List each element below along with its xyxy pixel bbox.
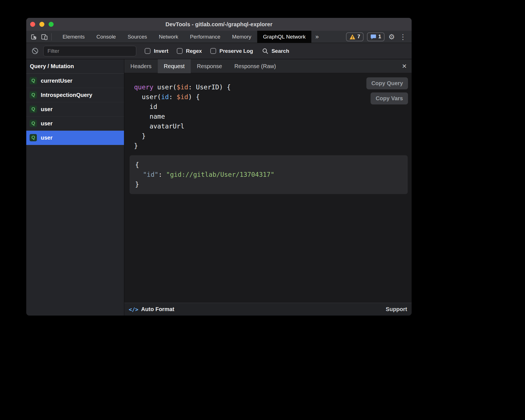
settings-gear-icon[interactable]: ⚙ (388, 33, 395, 40)
query-list-item-user-2[interactable]: Q user (26, 116, 124, 131)
query-item-label: user (41, 106, 52, 113)
tab-sources[interactable]: Sources (122, 31, 153, 43)
regex-label: Regex (186, 48, 202, 54)
query-item-label: user (41, 135, 52, 141)
request-detail-panel: Headers Request Response Response (Raw) … (124, 59, 412, 316)
query-list-panel: Query / Mutation Q currentUser Q Introsp… (26, 59, 124, 316)
tab-response-raw[interactable]: Response (Raw) (228, 59, 282, 73)
tab-memory[interactable]: Memory (226, 31, 257, 43)
devtools-content: Query / Mutation Q currentUser Q Introsp… (26, 59, 412, 316)
preserve-log-label: Preserve Log (219, 48, 253, 54)
invert-checkbox[interactable] (145, 48, 151, 54)
query-type-badge: Q (30, 120, 37, 127)
auto-format-icon: </> (129, 306, 138, 312)
devtools-tabbar: Elements Console Sources Network Perform… (26, 31, 412, 43)
search-icon (262, 48, 269, 54)
tab-network[interactable]: Network (153, 31, 184, 43)
window-titlebar: DevTools - gitlab.com/-/graphql-explorer (26, 18, 412, 31)
tab-headers[interactable]: Headers (124, 59, 158, 73)
invert-label: Invert (154, 48, 168, 54)
tab-performance[interactable]: Performance (184, 31, 226, 43)
query-list-item-user-3-selected[interactable]: Q user (26, 131, 124, 145)
more-tabs-chevron[interactable]: » (311, 33, 323, 40)
invert-checkbox-group: Invert (145, 48, 168, 54)
support-link[interactable]: Support (386, 306, 407, 312)
query-type-badge: Q (30, 134, 37, 141)
copy-buttons: Copy Query Copy Vars (366, 77, 408, 104)
query-item-label: user (41, 120, 52, 127)
detail-tabbar: Headers Request Response Response (Raw) … (124, 59, 412, 73)
query-variables-box: { "id": "gid://gitlab/User/13704317"} (130, 155, 408, 194)
filter-input[interactable] (43, 46, 136, 56)
query-type-badge: Q (30, 91, 37, 99)
warnings-badge[interactable]: 7 (346, 32, 364, 41)
tabbar-tools (26, 33, 57, 40)
kebab-menu-icon[interactable]: ⋮ (399, 33, 407, 40)
query-type-badge: Q (30, 106, 37, 113)
issues-badge[interactable]: 1 (367, 32, 385, 41)
preserve-log-checkbox[interactable] (210, 48, 216, 54)
tab-console[interactable]: Console (90, 31, 122, 43)
clear-log-icon[interactable] (31, 47, 39, 55)
tabbar-separator (51, 33, 52, 40)
inspect-element-icon[interactable] (30, 33, 37, 40)
copy-vars-button[interactable]: Copy Vars (371, 92, 408, 104)
tab-response[interactable]: Response (191, 59, 228, 73)
warning-count: 7 (357, 34, 360, 40)
tab-request[interactable]: Request (158, 59, 191, 73)
warning-icon (349, 34, 355, 40)
preserve-log-checkbox-group: Preserve Log (210, 48, 253, 54)
query-list-header: Query / Mutation (26, 59, 124, 74)
network-toolbar: Invert Regex Preserve Log Search (26, 43, 412, 59)
search-control[interactable]: Search (262, 48, 289, 54)
search-label: Search (271, 48, 289, 54)
tab-elements[interactable]: Elements (57, 31, 90, 43)
regex-checkbox-group: Regex (177, 48, 202, 54)
regex-checkbox[interactable] (177, 48, 183, 54)
tabbar-right-controls: 7 1 ⚙ ⋮ (346, 32, 412, 41)
window-title: DevTools - gitlab.com/-/graphql-explorer (26, 21, 412, 28)
query-list-item-currentuser[interactable]: Q currentUser (26, 74, 124, 88)
message-bubble-icon (370, 34, 376, 40)
desktop-background: DevTools - gitlab.com/-/graphql-explorer… (0, 0, 525, 420)
query-list-item-user-1[interactable]: Q user (26, 102, 124, 116)
copy-query-button[interactable]: Copy Query (366, 77, 408, 89)
query-item-label: currentUser (41, 78, 72, 84)
auto-format-button[interactable]: Auto Format (141, 306, 174, 312)
message-count: 1 (378, 34, 381, 40)
query-list-item-introspectionquery[interactable]: Q IntrospectionQuery (26, 88, 124, 102)
query-type-badge: Q (30, 77, 37, 84)
device-toolbar-icon[interactable] (41, 33, 48, 40)
request-tab-content: query user($id: UserID) { user(id: $id) … (124, 73, 412, 303)
panel-footer: </> Auto Format Support (124, 303, 412, 316)
tab-graphql-network[interactable]: GraphQL Network (257, 31, 311, 43)
close-panel-icon[interactable]: × (402, 62, 412, 70)
query-item-label: IntrospectionQuery (41, 92, 92, 98)
devtools-window: DevTools - gitlab.com/-/graphql-explorer… (26, 18, 412, 316)
